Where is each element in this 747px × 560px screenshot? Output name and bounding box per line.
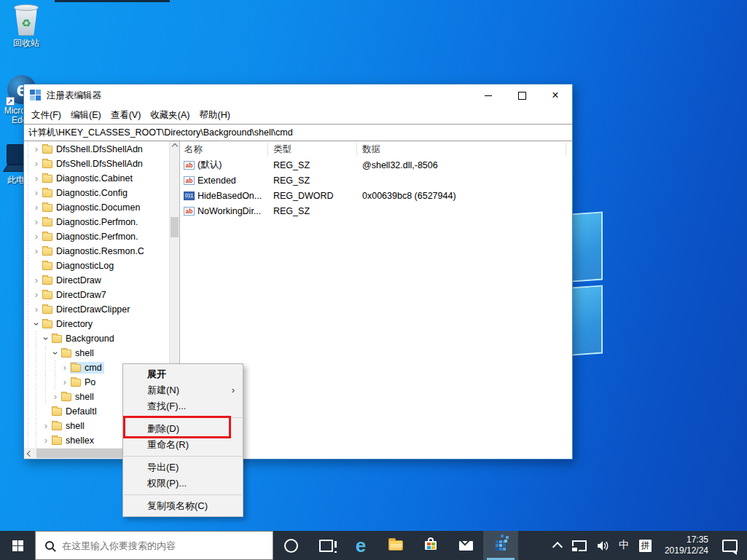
tree-guide (24, 433, 31, 448)
taskbar-cortana-button[interactable] (273, 531, 308, 560)
taskbar-registry-editor-button[interactable] (483, 531, 518, 560)
tree-item-directory[interactable]: ›Directory (24, 317, 169, 331)
menubar-item[interactable]: 文件(F) (31, 109, 61, 122)
context-menu-item-导出E[interactable]: 导出(E) (123, 460, 243, 476)
tree-item-diagnostic-resmon-c[interactable]: ›Diagnostic.Resmon.C (24, 244, 169, 259)
taskbar-store-button[interactable] (413, 531, 448, 560)
taskbar-task-view-button[interactable] (308, 531, 343, 560)
folder-icon (52, 408, 62, 416)
menubar-item[interactable]: 帮助(H) (199, 109, 230, 122)
start-button[interactable] (0, 531, 35, 560)
context-menu-item-权限P[interactable]: 权限(P)... (123, 476, 243, 492)
maximize-button[interactable] (505, 84, 539, 106)
tree-item-directdraw[interactable]: ›DirectDraw (24, 273, 169, 288)
tree-item-diagnostic-documen[interactable]: ›Diagnostic.Documen (24, 200, 169, 215)
action-center-icon[interactable] (722, 540, 738, 552)
tree-item-directdraw7[interactable]: ›DirectDraw7 (24, 288, 169, 302)
menubar-item[interactable]: 收藏夹(A) (150, 109, 189, 122)
tree-item-label: DfsShell.DfsShellAdn (56, 144, 143, 154)
tree-item-label: DiagnosticLog (56, 261, 114, 271)
value-name: HideBasedOn... (197, 191, 262, 201)
registry-value-row[interactable]: 011HideBasedOn...REG_DWORD0x00639bc8 (65… (180, 188, 572, 203)
registry-value-row[interactable]: ab(默认)REG_SZ@shell32.dll,-8506 (180, 157, 572, 173)
tree-item-diagnostic-cabinet[interactable]: ›Diagnostic.Cabinet (24, 171, 169, 186)
close-icon: × (552, 90, 558, 101)
tree-guide (24, 186, 31, 200)
expand-chevron-icon[interactable]: › (31, 143, 42, 156)
tree-guide (24, 273, 31, 288)
menubar-item[interactable]: 编辑(E) (71, 109, 101, 122)
tree-item-background[interactable]: ›Background (24, 331, 169, 346)
expand-chevron-icon[interactable]: › (50, 390, 60, 403)
taskbar-search-box[interactable] (35, 531, 273, 560)
registry-value-row[interactable]: abNoWorkingDir...REG_SZ (180, 203, 572, 218)
tree-guide (24, 404, 31, 419)
edge-taskbar-icon: e (356, 536, 366, 555)
close-button[interactable]: × (539, 84, 572, 106)
taskbar-clock[interactable]: 17:35 2019/12/24 (665, 535, 708, 556)
column-header-1[interactable]: 名称 (180, 143, 268, 156)
ime-pinyin-indicator[interactable]: 拼 (639, 540, 652, 552)
expand-chevron-icon[interactable]: › (41, 419, 51, 433)
tree-item-diagnostic-perfmon-[interactable]: ›Diagnostic.Perfmon. (24, 229, 169, 244)
menubar-item[interactable]: 查看(V) (111, 109, 141, 122)
folder-icon (42, 189, 52, 197)
tree-item-diagnostic-perfmon-[interactable]: ›Diagnostic.Perfmon. (24, 215, 169, 229)
folder-icon (42, 291, 52, 299)
folder-icon (52, 437, 62, 445)
search-input[interactable] (60, 540, 246, 552)
address-bar[interactable]: 计算机\HKEY_CLASSES_ROOT\Directory\Backgrou… (24, 124, 572, 141)
expand-chevron-icon[interactable]: › (31, 186, 42, 200)
tray-expand-icon[interactable] (552, 542, 563, 552)
taskbar-edge-button[interactable]: e (343, 531, 378, 560)
tree-item-diagnostic-config[interactable]: ›Diagnostic.Config (24, 186, 169, 200)
desktop-icon-recycle-bin[interactable]: ♻ 回收站 (6, 4, 47, 48)
ime-language-indicator[interactable]: 中 (619, 539, 629, 552)
collapse-chevron-icon[interactable]: › (49, 348, 62, 358)
collapse-chevron-icon[interactable]: › (39, 334, 52, 344)
expand-chevron-icon[interactable]: › (31, 303, 42, 316)
tree-guide (24, 157, 31, 171)
tree-guide (50, 360, 60, 375)
context-menu-item-查找F[interactable]: 查找(F)... (123, 398, 243, 414)
tree-item-dfsshell-dfsshelladn[interactable]: ›DfsShell.DfsShellAdn (24, 142, 169, 157)
registry-value-row[interactable]: abExtendedREG_SZ (180, 173, 572, 188)
context-menu-item-展开[interactable]: 展开 (123, 366, 243, 382)
scroll-left-icon[interactable] (27, 451, 33, 457)
tree-guide (24, 360, 31, 375)
volume-icon[interactable] (597, 540, 609, 551)
tree-guide (31, 433, 41, 448)
expand-chevron-icon[interactable]: › (31, 230, 42, 243)
context-menu-item-新建N[interactable]: 新建(N)› (123, 382, 243, 398)
context-menu-item-复制项名称C[interactable]: 复制项名称(C) (123, 498, 243, 514)
expand-chevron-icon[interactable]: › (31, 288, 42, 301)
vertical-scroll-thumb[interactable] (171, 217, 179, 237)
collapse-chevron-icon[interactable]: › (30, 319, 43, 329)
folder-icon (71, 379, 81, 387)
tree-item-label: Background (66, 334, 114, 344)
tree-item-directdrawclipper[interactable]: ›DirectDrawClipper (24, 302, 169, 317)
expand-chevron-icon[interactable]: › (60, 361, 70, 374)
folder-icon (42, 306, 52, 314)
tree-guide (31, 404, 41, 419)
context-menu-item-重命名R[interactable]: 重命名(R) (123, 437, 243, 453)
title-bar[interactable]: 注册表编辑器 × (24, 84, 572, 106)
minimize-button[interactable] (472, 84, 505, 106)
expand-chevron-icon[interactable]: › (31, 172, 42, 185)
tree-item-diagnosticlog[interactable]: DiagnosticLog (24, 259, 169, 273)
scroll-up-icon[interactable] (172, 143, 178, 149)
taskbar-file-explorer-button[interactable] (378, 531, 413, 560)
expand-chevron-icon[interactable]: › (31, 201, 42, 214)
expand-chevron-icon[interactable]: › (31, 157, 42, 170)
tree-item-shell[interactable]: ›shell (24, 346, 169, 360)
column-header-3[interactable]: 数据 (357, 143, 566, 156)
tree-item-dfsshell-dfsshelladn[interactable]: ›DfsShell.DfsShellAdn (24, 157, 169, 171)
expand-chevron-icon[interactable]: › (31, 274, 42, 287)
column-header-2[interactable]: 类型 (268, 143, 357, 156)
taskbar-mail-button[interactable] (448, 531, 483, 560)
expand-chevron-icon[interactable]: › (60, 376, 70, 389)
expand-chevron-icon[interactable]: › (41, 434, 51, 447)
expand-chevron-icon[interactable]: › (31, 216, 42, 229)
network-icon[interactable] (572, 540, 587, 551)
expand-chevron-icon[interactable]: › (31, 245, 42, 258)
